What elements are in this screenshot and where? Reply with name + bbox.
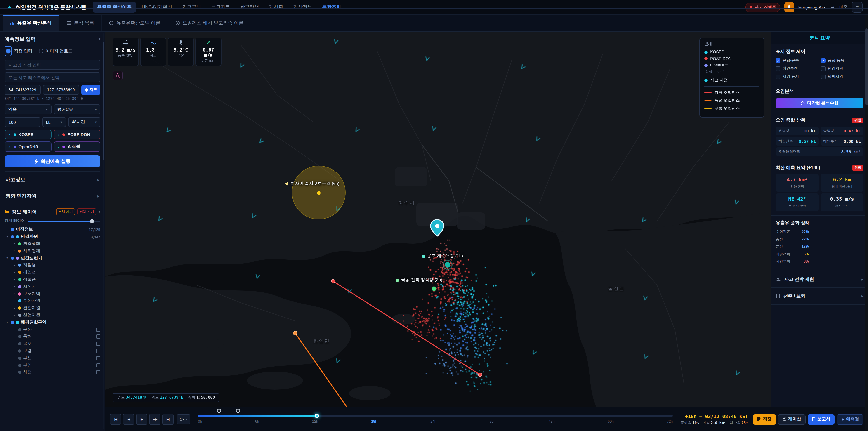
- display-option-checkbox[interactable]: 민감자원: [821, 66, 864, 71]
- layer-toggle-dot[interactable]: [11, 228, 14, 231]
- nav-item[interactable]: 항공탐색: [236, 2, 264, 13]
- layer-row[interactable]: 부안: [4, 362, 100, 369]
- layer-row[interactable]: ▸ 해안선: [4, 269, 100, 276]
- scrollbar-thumb[interactable]: [865, 29, 868, 105]
- checkbox[interactable]: [776, 66, 780, 71]
- radio-image-upload[interactable]: 이미지 업로드: [39, 48, 72, 54]
- tab-boom-theory[interactable]: 오일펜스 배치 알고리즘 이론: [168, 15, 251, 31]
- map-canvas[interactable]: 9.2 m/s 풍속 (SW) 1.8 m 파고 9.2°C 수온 0.67 m…: [105, 32, 771, 407]
- layer-row[interactable]: ▸ 계절별: [4, 262, 100, 269]
- layer-row[interactable]: ▸ 산업자원: [4, 312, 100, 319]
- notifications-button[interactable]: [784, 2, 794, 12]
- layer-toggle-dot[interactable]: [18, 357, 21, 360]
- region-extent-icon[interactable]: [96, 335, 100, 339]
- oil-type-select[interactable]: 벙커C유: [54, 104, 100, 114]
- display-option-checkbox[interactable]: 해안부착: [776, 66, 818, 71]
- prediction-input-header[interactable]: 예측정보 입력 ▾: [4, 36, 100, 42]
- layers-all-on-button[interactable]: 전체 켜기: [56, 208, 75, 215]
- timeline-tick-label[interactable]: 72h: [667, 420, 673, 424]
- layer-row[interactable]: 부산: [4, 355, 100, 362]
- tree-chevron-icon[interactable]: ▸: [13, 249, 16, 253]
- checkbox[interactable]: [821, 74, 826, 79]
- region-extent-icon[interactable]: [96, 356, 100, 360]
- layer-row[interactable]: ▾ 민감자원 3,947: [4, 233, 100, 241]
- tab-spill-analysis[interactable]: 유출유 확산분석: [3, 15, 59, 31]
- layer-toggle-dot[interactable]: [11, 256, 14, 260]
- playback-button[interactable]: ◀: [123, 413, 134, 425]
- fence-event-marker-icon[interactable]: [217, 409, 221, 413]
- region-extent-icon[interactable]: [96, 328, 100, 332]
- accident-info-section[interactable]: 사고정보: [4, 171, 100, 188]
- owner-insurance-section[interactable]: 선주 / 보험: [771, 288, 868, 304]
- layer-row[interactable]: ▸ 사회경제: [4, 247, 100, 255]
- amount-input[interactable]: [4, 117, 40, 127]
- polygon-analysis-button[interactable]: 다각형 분석수행: [776, 98, 864, 109]
- layer-toggle-dot[interactable]: [18, 342, 21, 345]
- menu-button[interactable]: ≡: [852, 2, 863, 13]
- tree-chevron-icon[interactable]: ▸: [13, 292, 16, 296]
- layer-row[interactable]: 목포: [4, 340, 100, 348]
- impact-resources-section[interactable]: 영향 민감자원: [4, 188, 100, 204]
- tab-model-theory[interactable]: 유출유확산모델 이론: [102, 15, 168, 31]
- fence-event-marker-icon[interactable]: [236, 409, 240, 413]
- layer-row[interactable]: 사천: [4, 369, 100, 376]
- accident-name-input[interactable]: [4, 60, 100, 70]
- region-extent-icon[interactable]: [96, 349, 100, 353]
- tree-chevron-icon[interactable]: ▸: [13, 299, 16, 303]
- timeline-tick-label[interactable]: 0h: [198, 420, 202, 424]
- checkbox[interactable]: [776, 58, 780, 63]
- tree-chevron-icon[interactable]: ▾: [5, 256, 9, 260]
- timeline-tick-label[interactable]: 12h: [312, 420, 318, 424]
- speed-select[interactable]: 1×: [177, 414, 190, 425]
- latitude-input[interactable]: [4, 85, 41, 95]
- nav-item[interactable]: 긴급구난: [178, 2, 206, 13]
- layer-toggle-dot[interactable]: [18, 349, 21, 352]
- layer-row[interactable]: ▸ 관광자원: [4, 305, 100, 312]
- nav-item[interactable]: 통합조회: [318, 2, 346, 13]
- layer-row[interactable]: ▾ 해경관할구역: [4, 319, 100, 326]
- tree-chevron-icon[interactable]: ▸: [13, 264, 16, 267]
- layer-row[interactable]: 군산: [4, 326, 100, 333]
- timeline-track[interactable]: [198, 415, 673, 417]
- scrollbar-thumb[interactable]: [103, 41, 104, 160]
- display-option-checkbox[interactable]: 날짜시간: [821, 74, 864, 80]
- layer-row[interactable]: 보령: [4, 347, 100, 355]
- measure-tool-button[interactable]: [113, 70, 123, 81]
- timeline-tick-label[interactable]: 48h: [549, 420, 555, 424]
- page-scrollbar[interactable]: [865, 15, 868, 431]
- layer-toggle-dot[interactable]: [11, 235, 14, 238]
- sidebar-scrollbar[interactable]: [103, 33, 104, 429]
- layer-toggle-dot[interactable]: [11, 321, 14, 324]
- accident-list-input[interactable]: [4, 72, 100, 82]
- radio-direct-input[interactable]: 직접 입력: [4, 46, 32, 56]
- layer-row[interactable]: ▸ 서식지: [4, 283, 100, 290]
- checkbox[interactable]: [821, 66, 826, 71]
- layers-header[interactable]: 정보 레이어 전체 켜기 전체 끄기 ▾: [4, 204, 100, 218]
- pick-on-map-button[interactable]: 지도: [81, 85, 100, 95]
- tab-analysis-list[interactable]: 분석 목록: [59, 15, 102, 31]
- region-extent-icon[interactable]: [96, 342, 100, 346]
- timeline-tick-label[interactable]: 24h: [430, 420, 436, 424]
- timeline-tick-label[interactable]: 6h: [255, 420, 259, 424]
- timeline-handle[interactable]: [314, 413, 319, 418]
- playback-button[interactable]: ▶▶: [149, 413, 160, 425]
- tree-chevron-icon[interactable]: ▸: [13, 278, 16, 281]
- spill-type-select[interactable]: 연속: [4, 104, 51, 114]
- wetland-annotation[interactable]: 여자만 습지보호구역 (6h): [284, 181, 339, 187]
- display-option-checkbox[interactable]: 시간 표시: [776, 74, 818, 80]
- slider-knob[interactable]: [90, 219, 94, 223]
- region-extent-icon[interactable]: [96, 363, 100, 367]
- layer-row[interactable]: ▸ 수산자원: [4, 298, 100, 305]
- playback-button[interactable]: ▶|: [162, 413, 174, 425]
- tree-chevron-icon[interactable]: ▸: [13, 285, 16, 288]
- tree-chevron-icon[interactable]: ▾: [5, 235, 9, 239]
- nav-item[interactable]: 보고자료: [207, 2, 235, 13]
- prediction-button[interactable]: 예측정: [837, 414, 864, 425]
- tree-chevron-icon[interactable]: ▸: [13, 242, 16, 246]
- save-button[interactable]: 저장: [753, 414, 776, 425]
- nav-item[interactable]: HNS·대기확산: [137, 2, 177, 13]
- checkbox[interactable]: [821, 58, 826, 63]
- model-toggle-chip[interactable]: OpenDrift: [4, 142, 51, 152]
- run-prediction-button[interactable]: 확산예측 실행: [4, 155, 100, 167]
- checkbox[interactable]: [776, 74, 780, 79]
